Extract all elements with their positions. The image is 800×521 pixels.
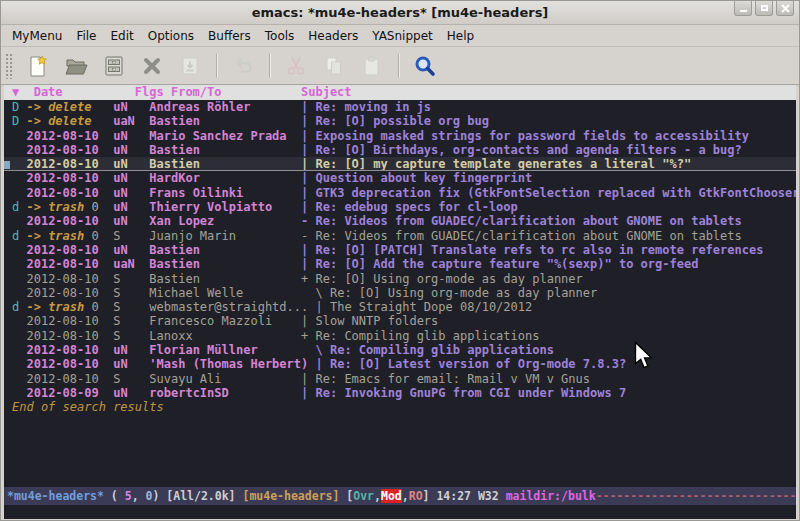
editor-area: ▼ Date Flgs From/To Subject D -> delete …	[1, 85, 799, 519]
modeline[interactable]: *mu4e-headers* ( 5, 0) [All/2.0k] [mu4e-…	[4, 487, 796, 505]
table-row[interactable]: 2012-08-10 uN 'Mash (Thomas Herbert) | R…	[4, 357, 796, 371]
window-titlebar[interactable]: emacs: *mu4e-headers* [mu4e-headers]	[1, 1, 799, 25]
undo-icon	[231, 54, 255, 78]
table-row[interactable]: 2012-08-10 uN Bastien | Re: [O] my captu…	[4, 157, 796, 171]
table-row[interactable]: 2012-08-10 uaN Bastien | Re: [O] Add the…	[4, 257, 796, 271]
table-row[interactable]: 2012-08-10 S Suvayu Ali | Re: Emacs for …	[4, 372, 796, 386]
toolbar-separator	[398, 54, 399, 78]
cut-icon	[284, 54, 308, 78]
table-row[interactable]: 2012-08-10 uN Florian Müllner \ Re: Comp…	[4, 343, 796, 357]
close-button[interactable]	[776, 1, 794, 16]
table-row[interactable]: 2012-08-10 uN Bastien | Re: [O] Birthday…	[4, 143, 796, 157]
close-buffer-icon	[140, 54, 164, 78]
toolbar-separator	[269, 54, 270, 78]
toolbar-new-file-button[interactable]	[22, 50, 54, 82]
table-row[interactable]: 2012-08-10 uN Frans Oilinki | GTK3 depre…	[4, 186, 796, 200]
table-row[interactable]: d -> trash 0 S Juanjo Marin - Re: Videos…	[4, 229, 796, 243]
fringe-cursor-marker	[4, 161, 10, 169]
table-row[interactable]: d -> trash 0 S webmaster@straightd... | …	[4, 300, 796, 314]
minimize-icon	[740, 10, 747, 12]
table-row[interactable]: d -> trash 0 uN Thierry Volpiatto | Re: …	[4, 200, 796, 214]
toolbar-copy-button[interactable]	[318, 50, 350, 82]
table-row[interactable]: D -> delete uaN Bastien | Re: [O] possib…	[4, 114, 796, 128]
search-icon	[413, 54, 437, 78]
table-row[interactable]: 2012-08-10 S Michael Welle \ Re: [O] Usi…	[4, 286, 796, 300]
toolbar-save-as-button[interactable]	[174, 50, 206, 82]
table-row[interactable]: 2012-08-10 uN Bastien | Re: [O] [PATCH] …	[4, 243, 796, 257]
menubar: MyMenuFileEditOptionsBuffersToolsHeaders…	[1, 25, 799, 47]
table-row[interactable]: 2012-08-10 uN HardKor | Question about k…	[4, 171, 796, 185]
menu-item-headers[interactable]: Headers	[301, 27, 365, 45]
minibuffer-echo-area[interactable]	[4, 505, 796, 519]
table-row[interactable]: 2012-08-09 uN robertcInSD | Re: Invoking…	[4, 386, 796, 400]
menu-item-mymenu[interactable]: MyMenu	[5, 27, 69, 45]
menu-item-edit[interactable]: Edit	[104, 27, 141, 45]
new-file-icon	[26, 54, 50, 78]
save-icon	[102, 54, 126, 78]
table-row[interactable]: 2012-08-10 S Francesco Mazzoli | Slow NN…	[4, 314, 796, 328]
toolbar-undo-button[interactable]	[227, 50, 259, 82]
end-of-results: End of search results	[4, 400, 796, 414]
window-controls	[734, 1, 794, 16]
toolbar-save-button[interactable]	[98, 50, 130, 82]
window-title: emacs: *mu4e-headers* [mu4e-headers]	[252, 5, 549, 20]
column-header-line[interactable]: ▼ Date Flgs From/To Subject	[4, 85, 796, 100]
table-row[interactable]: 2012-08-10 S Bastien + Re: [O] Using org…	[4, 272, 796, 286]
emacs-window: emacs: *mu4e-headers* [mu4e-headers] MyM…	[0, 0, 800, 521]
copy-icon	[322, 54, 346, 78]
paste-icon	[360, 54, 384, 78]
toolbar-separator	[216, 54, 217, 78]
close-icon	[781, 4, 790, 13]
menu-item-tools[interactable]: Tools	[258, 27, 302, 45]
message-list: D -> delete uN Andreas Röhler | Re: movi…	[4, 100, 796, 400]
menu-item-options[interactable]: Options	[141, 27, 201, 45]
maximize-button[interactable]	[755, 1, 773, 16]
toolbar-paste-button[interactable]	[356, 50, 388, 82]
toolbar-open-button[interactable]	[60, 50, 92, 82]
minimize-button[interactable]	[734, 1, 752, 16]
toolbar-drag-handle[interactable]	[5, 53, 13, 79]
toolbar-search-button[interactable]	[409, 50, 441, 82]
maximize-icon	[761, 5, 768, 11]
toolbar-cut-button[interactable]	[280, 50, 312, 82]
menu-item-yasnippet[interactable]: YASnippet	[365, 27, 440, 45]
menu-item-file[interactable]: File	[69, 27, 103, 45]
table-row[interactable]: 2012-08-10 S Lanoxx + Re: Compiling glib…	[4, 329, 796, 343]
open-folder-icon	[64, 54, 88, 78]
mouse-cursor	[634, 341, 653, 370]
save-as-icon	[178, 54, 202, 78]
toolbar	[1, 47, 799, 85]
mu4e-headers-buffer[interactable]: ▼ Date Flgs From/To Subject D -> delete …	[4, 85, 796, 487]
menu-item-buffers[interactable]: Buffers	[201, 27, 258, 45]
table-row[interactable]: 2012-08-10 uN Xan Lopez - Re: Videos fro…	[4, 214, 796, 228]
toolbar-close-buffer-button[interactable]	[136, 50, 168, 82]
table-row[interactable]: D -> delete uN Andreas Röhler | Re: movi…	[4, 100, 796, 114]
table-row[interactable]: 2012-08-10 uN Mario Sanchez Prada | Expo…	[4, 129, 796, 143]
menu-item-help[interactable]: Help	[440, 27, 481, 45]
